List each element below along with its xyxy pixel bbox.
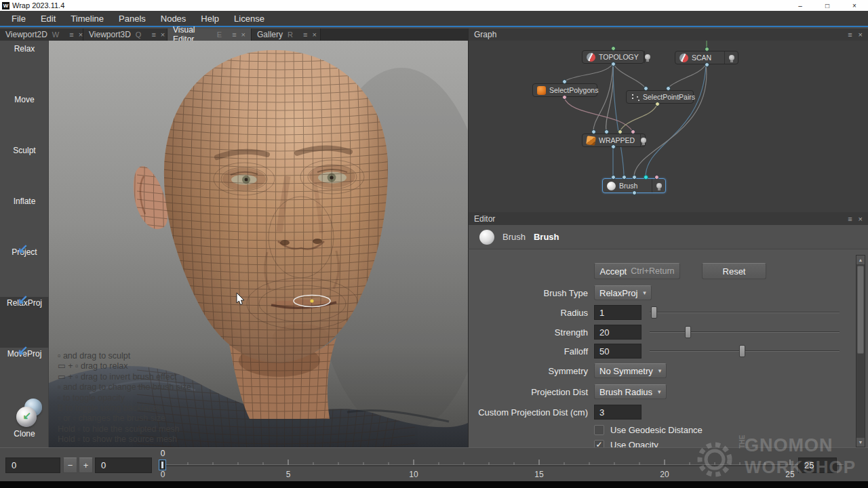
- port-brush-out[interactable]: [632, 190, 637, 195]
- port-topology-in[interactable]: [611, 62, 616, 66]
- breadcrumb-node[interactable]: Brush: [502, 232, 526, 242]
- port-selectpolygons-in[interactable]: [562, 79, 567, 84]
- tool-move[interactable]: Move: [0, 94, 49, 144]
- port-wrapped-out[interactable]: [611, 144, 616, 149]
- radius-input[interactable]: 1: [594, 305, 642, 320]
- port-selectpointpairs-out[interactable]: [655, 102, 660, 106]
- projection-dist-row: Projection Dist Brush Radius ▾: [469, 384, 848, 400]
- editor-close-icon[interactable]: ×: [859, 215, 863, 223]
- graph-close-icon[interactable]: ×: [859, 30, 863, 39]
- strength-value: 20: [599, 327, 609, 338]
- tool-clone[interactable]: ↙ Clone: [0, 399, 49, 449]
- tool-project[interactable]: ↙ Project: [0, 246, 49, 297]
- node-visibility-toggle[interactable]: [640, 134, 646, 146]
- strength-label: Strength: [469, 327, 588, 338]
- slider-handle[interactable]: [685, 326, 691, 338]
- projection-dist-dropdown[interactable]: Brush Radius ▾: [594, 384, 667, 399]
- graph-wires: [469, 41, 868, 212]
- frame-decrement-button[interactable]: −: [63, 458, 77, 473]
- node-selectpointpairs[interactable]: SelectPointPairs: [626, 90, 694, 104]
- scroll-down-icon[interactable]: ▼: [856, 438, 865, 447]
- symmetry-label: Symmetry: [469, 366, 588, 376]
- tab-menu-icon[interactable]: ≡: [151, 30, 155, 39]
- menu-edit[interactable]: Edit: [33, 12, 63, 26]
- port-selectpolygons-out[interactable]: [562, 95, 567, 100]
- menu-license[interactable]: License: [226, 12, 272, 26]
- editor-scrollbar[interactable]: ▲ ▼: [856, 255, 865, 447]
- timeline-current-input[interactable]: 0: [95, 458, 152, 473]
- node-visibility-toggle[interactable]: [724, 52, 738, 64]
- graph-menu-icon[interactable]: ≡: [848, 30, 852, 39]
- node-graph[interactable]: TOPOLOGY SCAN SelectPolygons SelectPoint…: [468, 41, 868, 212]
- close-button[interactable]: ×: [841, 0, 868, 11]
- port-brush-in2[interactable]: [622, 175, 627, 180]
- editor-menu-icon[interactable]: ≡: [848, 215, 852, 223]
- port-brush-in4[interactable]: [644, 175, 648, 180]
- port-wrapped-in2[interactable]: [604, 129, 609, 134]
- tab-close-icon[interactable]: ×: [161, 30, 165, 39]
- accept-button[interactable]: Accept Ctrl+Return: [594, 263, 680, 279]
- tool-moveproj[interactable]: ↙ MoveProj: [0, 348, 49, 399]
- node-visibility-toggle[interactable]: [644, 51, 650, 63]
- port-selectpointpairs-in1[interactable]: [644, 86, 648, 91]
- brush-type-value: RelaxProj: [599, 288, 637, 298]
- scroll-up-icon[interactable]: ▲: [856, 256, 865, 264]
- tool-inflate[interactable]: Inflate: [0, 195, 49, 246]
- tab-menu-icon[interactable]: ≡: [303, 30, 307, 39]
- brush-type-row: Brush Type RelaxProj ▾: [469, 285, 848, 301]
- port-brush-in3[interactable]: [632, 175, 637, 180]
- tab-viewport2d[interactable]: Viewport2D W ≡ ×: [0, 28, 83, 41]
- falloff-slider[interactable]: [650, 344, 840, 359]
- symmetry-dropdown[interactable]: No Symmetry ▾: [594, 363, 667, 378]
- playhead[interactable]: [159, 460, 166, 470]
- viewport-hints: ▫ and drag to sculpt ▭ + ▫ drag to relax…: [58, 351, 342, 445]
- slider-handle[interactable]: [739, 345, 745, 357]
- timeline-ruler[interactable]: [156, 452, 848, 471]
- menu-panels[interactable]: Panels: [111, 12, 153, 26]
- reset-button[interactable]: Reset: [702, 263, 766, 279]
- custom-projection-dist-input[interactable]: 3: [594, 405, 642, 420]
- tab-menu-icon[interactable]: ≡: [69, 30, 73, 39]
- brush-type-dropdown[interactable]: RelaxProj ▾: [594, 285, 652, 300]
- port-scan-in[interactable]: [705, 62, 709, 67]
- node-label: WRAPPED: [599, 136, 640, 144]
- use-geodesic-checkbox[interactable]: [594, 425, 604, 435]
- tool-sculpt[interactable]: Sculpt: [0, 144, 49, 195]
- node-label: SCAN: [692, 54, 724, 62]
- menu-nodes[interactable]: Nodes: [153, 12, 194, 26]
- port-wrapped-in3[interactable]: [618, 129, 623, 134]
- port-wrapped-in4[interactable]: [631, 129, 635, 134]
- timeline-end-input[interactable]: 25: [798, 458, 837, 473]
- tab-close-icon[interactable]: ×: [241, 30, 245, 39]
- port-brush-in5[interactable]: [654, 175, 659, 180]
- node-visibility-toggle[interactable]: [652, 179, 665, 192]
- menu-file[interactable]: File: [4, 12, 33, 26]
- tab-close-icon[interactable]: ×: [312, 30, 316, 39]
- tab-gallery[interactable]: Gallery R ≡ ×: [252, 28, 321, 41]
- strength-slider[interactable]: [650, 325, 840, 340]
- frame-increment-button[interactable]: +: [79, 458, 93, 473]
- tool-relax[interactable]: Relax: [0, 43, 49, 94]
- tab-menu-icon[interactable]: ≡: [232, 30, 236, 39]
- strength-input[interactable]: 20: [594, 325, 642, 340]
- projection-arrow-icon: ↙: [18, 291, 28, 307]
- tab-viewport3d[interactable]: Viewport3D Q ≡ ×: [83, 28, 167, 41]
- menu-help[interactable]: Help: [193, 12, 226, 26]
- port-scan-out[interactable]: [705, 47, 709, 52]
- slider-track: [650, 331, 840, 333]
- port-wrapped-in1[interactable]: [591, 129, 596, 134]
- falloff-input[interactable]: 50: [594, 344, 642, 359]
- port-topology-out[interactable]: [611, 46, 616, 51]
- port-brush-in1[interactable]: [611, 175, 616, 180]
- minimize-button[interactable]: –: [787, 0, 814, 11]
- tool-relaxproj[interactable]: ↙ RelaxProj: [0, 297, 49, 348]
- scrollbar-thumb[interactable]: [857, 266, 864, 354]
- tab-close-icon[interactable]: ×: [79, 30, 83, 39]
- port-selectpointpairs-in2[interactable]: [666, 86, 671, 91]
- radius-slider[interactable]: [650, 305, 840, 320]
- maximize-button[interactable]: □: [814, 0, 841, 11]
- menu-timeline[interactable]: Timeline: [63, 12, 111, 26]
- tab-visual-editor[interactable]: Visual Editor E ≡ ×: [167, 28, 252, 41]
- slider-handle[interactable]: [651, 306, 657, 319]
- timeline-start-input[interactable]: 0: [5, 458, 60, 473]
